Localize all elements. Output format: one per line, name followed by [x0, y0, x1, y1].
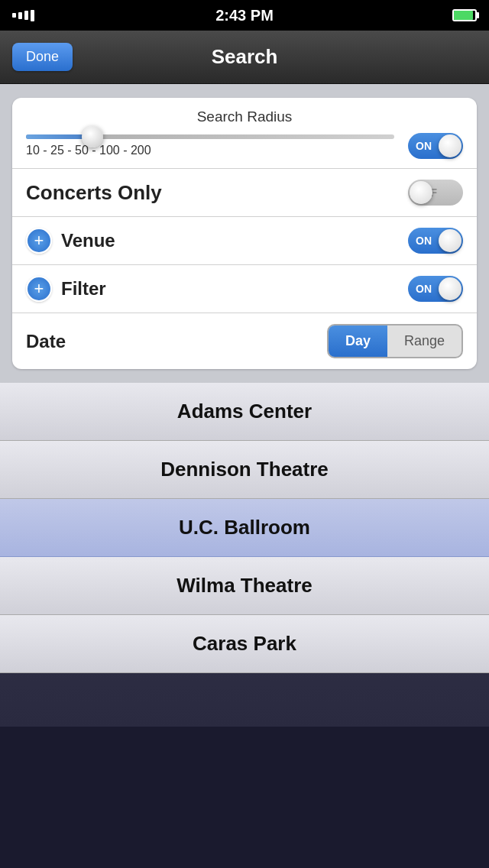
venue-toggle-label: ON — [416, 235, 432, 247]
concerts-only-toggle[interactable]: OFF — [408, 180, 463, 206]
search-radius-toggle-knob — [439, 134, 461, 157]
search-radius-toggle-label: ON — [416, 140, 432, 152]
venue-wilma-theatre-label: Wilma Theatre — [176, 574, 312, 598]
venue-caras-park[interactable]: Caras Park — [0, 615, 489, 673]
signal-bar-3 — [24, 11, 28, 20]
venue-wilma-theatre[interactable]: Wilma Theatre — [0, 557, 489, 615]
status-time: 2:43 PM — [215, 7, 274, 24]
filter-label: Filter — [61, 278, 106, 300]
venue-plus-icon[interactable]: + — [26, 228, 52, 254]
venue-uc-ballroom[interactable]: U.C. Ballroom — [0, 499, 489, 557]
date-row: Date Day Range — [12, 313, 477, 369]
settings-container: Search Radius 10 - 25 - 50 - 100 - 200 O… — [0, 84, 489, 383]
radius-slider-container: 10 - 25 - 50 - 100 - 200 — [26, 134, 394, 157]
venue-dennison-theatre-label: Dennison Theatre — [160, 458, 329, 481]
venue-label: Venue — [61, 230, 115, 251]
signal-bar-4 — [31, 10, 34, 21]
venue-left: + Venue — [26, 228, 115, 254]
date-segmented-control: Day Range — [327, 324, 463, 358]
filter-left: + Filter — [26, 276, 106, 302]
venue-list: Adams Center Dennison Theatre U.C. Ballr… — [0, 383, 489, 727]
signal-indicator — [12, 10, 34, 21]
signal-bar-2 — [18, 12, 22, 19]
filter-toggle-knob — [439, 277, 461, 300]
venue-adams-center-label: Adams Center — [177, 400, 312, 423]
search-radius-title: Search Radius — [26, 108, 463, 125]
venue-row: + Venue ON — [12, 217, 477, 265]
status-right — [452, 9, 477, 21]
search-radius-section: Search Radius 10 - 25 - 50 - 100 - 200 O… — [12, 98, 477, 169]
nav-title: Search — [212, 45, 278, 69]
venue-toggle-knob — [439, 229, 461, 252]
battery-fill — [454, 11, 473, 20]
signal-bar-1 — [12, 13, 16, 18]
concerts-only-label: Concerts Only — [26, 181, 162, 205]
search-radius-toggle[interactable]: ON — [408, 133, 463, 159]
filter-plus-icon[interactable]: + — [26, 276, 52, 302]
seg-range[interactable]: Range — [387, 326, 461, 357]
filter-row: + Filter ON — [12, 265, 477, 313]
venue-caras-park-label: Caras Park — [193, 632, 296, 656]
date-label: Date — [26, 331, 66, 352]
slider-thumb[interactable] — [82, 126, 103, 147]
concerts-only-toggle-knob — [410, 181, 432, 204]
concerts-only-row: Concerts Only OFF — [12, 169, 477, 217]
done-button[interactable]: Done — [12, 43, 73, 71]
settings-card: Search Radius 10 - 25 - 50 - 100 - 200 O… — [12, 98, 477, 369]
radius-values: 10 - 25 - 50 - 100 - 200 — [26, 144, 394, 157]
status-bar: 2:43 PM — [0, 0, 489, 31]
nav-bar: Done Search — [0, 31, 489, 84]
venue-toggle[interactable]: ON — [408, 228, 463, 254]
seg-day[interactable]: Day — [329, 326, 387, 357]
battery-indicator — [452, 9, 477, 21]
slider-track[interactable] — [26, 134, 394, 139]
venue-dennison-theatre[interactable]: Dennison Theatre — [0, 441, 489, 499]
radius-row: 10 - 25 - 50 - 100 - 200 ON — [26, 133, 463, 159]
venue-uc-ballroom-label: U.C. Ballroom — [179, 516, 310, 539]
filter-toggle-label: ON — [416, 283, 432, 295]
filter-toggle[interactable]: ON — [408, 276, 463, 302]
venue-adams-center[interactable]: Adams Center — [0, 383, 489, 441]
